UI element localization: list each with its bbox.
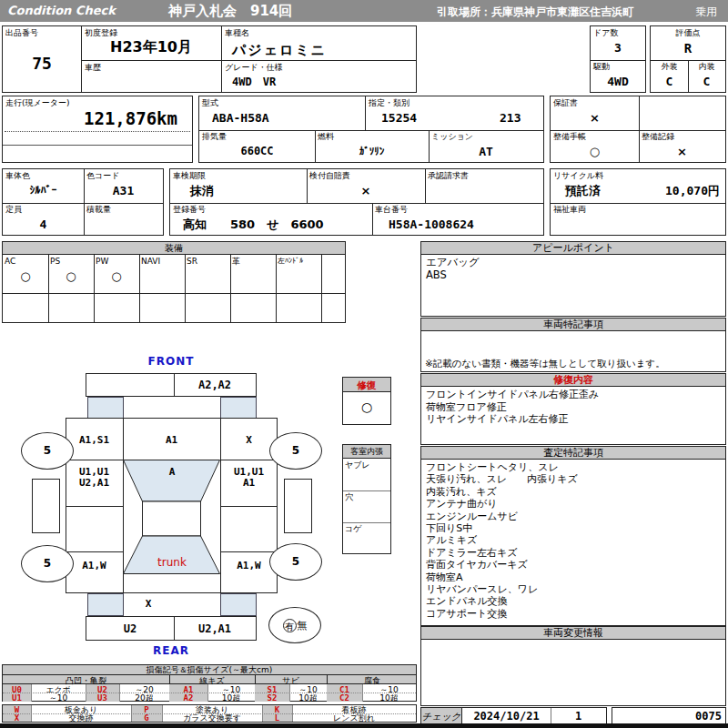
recycle-fee-label: リサイクル料 — [553, 171, 603, 180]
inspection-registration-box: 車検期限 抹消 検付自賠責 × 承認請求書 登録番号 高知 580 せ 6600… — [169, 168, 544, 236]
damage-marks-table: W 板金あり P 塗装あり K 看板跡 X 交換跡 G ガラス交換要す L レン… — [2, 704, 417, 723]
drive-label: 駆動 — [593, 62, 610, 71]
assessment-line: アンテナ曲がり — [426, 498, 721, 510]
legend-value: 10超 — [207, 693, 255, 703]
mileage-value: 121,876km — [3, 108, 177, 128]
registration-number-label: 登録番号 — [173, 205, 206, 214]
equipment-navi-label: NAVI — [141, 257, 160, 266]
repair-line: リヤインサイドパネル左右修正 — [426, 413, 721, 426]
repair-flag-title: 修復 — [343, 378, 390, 392]
displacement-value: 660CC — [199, 145, 315, 157]
legend-code: A2 — [169, 693, 207, 703]
warranty-label: 保証書 — [553, 98, 578, 107]
sheet-number-box: 0075 — [612, 707, 726, 724]
score-box: 評価点 R 外装 C 内装 C — [650, 25, 726, 93]
legend-value: 20超 — [119, 693, 169, 703]
repair-flag-value: ○ — [343, 399, 390, 414]
windshield-damage: A — [154, 466, 190, 478]
pickup-location: 引取場所：兵庫県神戸市東灘区住吉浜町 — [437, 5, 633, 20]
appeal-line: ABS — [426, 269, 721, 282]
model-name: パジェロミニ — [232, 42, 327, 59]
capacity-value: 4 — [3, 217, 84, 231]
wheel-front-right: 5 — [269, 432, 322, 470]
registration-number: 高知 580 せ 6600 — [183, 217, 324, 233]
door-right-damage-2: A1 — [220, 477, 278, 489]
legend-value: 10超 — [289, 693, 327, 703]
capacity-label: 定員 — [5, 205, 22, 214]
class-number-2: 213 — [500, 111, 521, 125]
color-capacity-box: 車体色 ｼﾙﾊﾞｰ 色コード A31 定員 4 積載量 — [2, 168, 164, 236]
repair-line: 荷物室フロア修正 — [426, 401, 721, 414]
hood-damage: A1 — [123, 434, 220, 446]
legend-mark-code: G — [131, 713, 162, 723]
equipment-lhd-label: 左ﾊﾝﾄﾞﾙ — [278, 257, 303, 266]
displacement-label: 排気量 — [202, 132, 227, 141]
chassis-number: H58A-1008624 — [389, 217, 474, 231]
interior-grade: C — [688, 75, 725, 88]
cabin-interior-box: 客室内張 ヤブレ 穴 コゲ — [342, 444, 391, 554]
legend-mark-value: レンズ割れ — [292, 713, 416, 723]
repair-details-body: フロントインサイドパネル右修正歪み 荷物室フロア修正 リヤインサイドパネル左右修… — [420, 386, 726, 445]
front-bumper: A2,A2 — [86, 373, 257, 397]
trunk-label: trunk — [136, 556, 207, 569]
repair-details-title: 修復内容 — [420, 373, 726, 387]
vehicle-notes-title: 車両特記事項 — [420, 318, 726, 331]
exterior-grade: C — [651, 75, 688, 88]
check-label: チェック — [420, 707, 462, 724]
cabin-row-hole: 穴 — [345, 492, 353, 501]
equipment-title: 装備 — [3, 242, 345, 255]
lot-number-label: 出品番号 — [5, 28, 38, 37]
assessment-line: 内装汚れ、キズ — [426, 486, 721, 498]
body-color-value: ｼﾙﾊﾞｰ — [3, 184, 84, 197]
load-label: 積載量 — [86, 205, 111, 214]
transmission-value: AT — [429, 145, 543, 158]
doors-drive-box: ドア数 3 駆動 4WD — [590, 25, 646, 93]
legend-mark-code: X — [3, 713, 31, 723]
equipment-ac-value: ○ — [3, 269, 48, 283]
condition-check-sheet: Condition Check 神戸入札会 914回 引取場所：兵庫県神戸市東灘… — [0, 0, 728, 728]
equipment-pw-label: PW — [96, 257, 108, 266]
cabin-row-tear: ヤブレ — [345, 460, 370, 470]
legend-code: U1 — [3, 693, 31, 703]
damage-legend-table: 損傷記号＆損傷サイズ(～最大cm) 凸凹・亀裂 線キズ サビ 腐食 U0 エクボ… — [2, 664, 417, 702]
fuel-label: 燃料 — [318, 132, 334, 141]
history-label: 車歴 — [85, 63, 101, 72]
appeal-points-title: アピールポイント — [420, 241, 726, 255]
engine-box: 型式 ABA-H58A 指定・類別 15254 213 排気量 660CC 燃料… — [198, 96, 544, 163]
class-number-1: 15254 — [381, 111, 417, 125]
wheel-rear-right: 5 — [269, 543, 322, 581]
maintenance-record-label: 整備記録 — [642, 132, 674, 141]
equipment-ps-value: ○ — [48, 269, 94, 283]
front-fender-left-damage: A1,S1 — [66, 434, 123, 446]
check-date: 2024/10/21 — [462, 710, 551, 723]
model-name-label: 車種名 — [225, 28, 249, 37]
equipment-table: 装備 AC ○ PS ○ PW ○ NAVI SR 革 左ﾊﾝﾄﾞﾙ — [2, 241, 346, 323]
front-pillar-right — [220, 397, 257, 419]
documents-box: 保証書 × 整備手帳 ○ 整備記録 × — [550, 96, 726, 163]
wheel-front-left: 5 — [21, 432, 74, 470]
rear-bumper-right-damage: U2,A1 — [174, 622, 256, 635]
brand-title: Condition Check — [7, 4, 116, 17]
doors-value: 3 — [591, 41, 645, 55]
legend-code: S2 — [255, 693, 289, 703]
front-bumper-damage: A2,A2 — [174, 379, 256, 391]
assessment-line: 天張り汚れ、スレ 内張りキズ — [426, 473, 721, 485]
legend-value: 10超 — [362, 693, 416, 703]
welfare-vehicle-label: 福祉車両 — [553, 205, 586, 214]
grade-value: 4WD VR — [232, 75, 276, 90]
front-fender-right-damage: X — [220, 434, 278, 446]
rear-pillar-right — [220, 593, 257, 616]
assessment-line: エンジンルームサビ — [426, 511, 721, 522]
legend-code: C2 — [327, 693, 362, 703]
insurance-value: × — [307, 184, 425, 197]
bottom-divider-bar — [0, 723, 728, 728]
first-registration: H23年10月 — [81, 38, 221, 57]
fuel-value: ｶﾞｿﾘﾝ — [315, 146, 429, 157]
appeal-line: エアバッグ — [426, 257, 721, 269]
color-code-value: A31 — [84, 184, 163, 197]
assessment-line: リヤバンパースレ、ワレ — [426, 583, 721, 595]
assessment-line: フロントシートヘタリ、スレ — [426, 461, 721, 473]
mileage-label: 走行(現メーター) — [5, 98, 69, 107]
cabin-row-burn: コゲ — [345, 524, 361, 533]
legend-title: 損傷記号＆損傷サイズ(～最大cm) — [3, 665, 416, 675]
